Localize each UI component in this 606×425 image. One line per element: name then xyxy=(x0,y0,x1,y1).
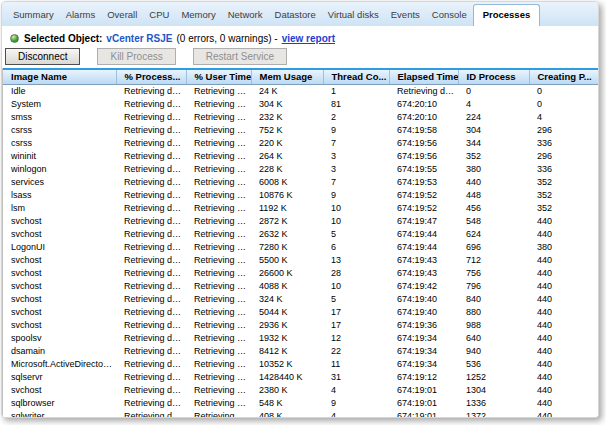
tab-console[interactable]: Console xyxy=(426,5,473,26)
tab-network[interactable]: Network xyxy=(222,5,269,26)
table-cell: Retrieving data... xyxy=(116,201,186,214)
table-cell: 1192 K xyxy=(251,201,323,214)
column-header[interactable]: ID Process xyxy=(458,69,529,84)
table-cell: 31 xyxy=(323,370,389,383)
restart-service-button[interactable]: Restart Service xyxy=(193,48,287,65)
table-cell: 336 xyxy=(529,162,598,175)
table-cell: csrss xyxy=(3,136,116,149)
table-cell: 7 xyxy=(323,175,389,188)
tab-processes[interactable]: Processes xyxy=(473,4,541,26)
disconnect-button[interactable]: Disconnect xyxy=(5,48,80,65)
table-cell: 440 xyxy=(529,305,598,318)
table-cell: svchost xyxy=(3,383,116,396)
table-row[interactable]: svchostRetrieving data...Retrieving data… xyxy=(3,266,598,279)
tab-alarms[interactable]: Alarms xyxy=(60,5,102,26)
view-report-link[interactable]: view report xyxy=(282,33,335,44)
table-row[interactable]: svchostRetrieving data...Retrieving data… xyxy=(3,305,598,318)
table-cell: Retrieving data... xyxy=(116,409,186,418)
table-cell: 9 xyxy=(323,396,389,409)
table-cell: 6 xyxy=(323,240,389,253)
table-cell: 674:19:01 xyxy=(389,396,458,409)
table-row[interactable]: svchostRetrieving data...Retrieving data… xyxy=(3,253,598,266)
table-cell: 7 xyxy=(323,136,389,149)
table-cell: Retrieving data... xyxy=(186,383,251,396)
table-cell: Retrieving data... xyxy=(186,97,251,110)
table-row[interactable]: smssRetrieving data...Retrieving data...… xyxy=(3,110,598,123)
table-row[interactable]: sqlservrRetrieving data...Retrieving dat… xyxy=(3,370,598,383)
table-cell: 1252 xyxy=(458,370,529,383)
table-cell: 440 xyxy=(529,279,598,292)
table-cell: 674:19:34 xyxy=(389,344,458,357)
table-cell: Retrieving data... xyxy=(186,110,251,123)
table-row[interactable]: lsassRetrieving data...Retrieving data..… xyxy=(3,188,598,201)
tab-summary[interactable]: Summary xyxy=(7,5,60,26)
table-cell: 1372 xyxy=(458,409,529,418)
column-header[interactable]: % Process... xyxy=(116,69,186,84)
table-row[interactable]: csrssRetrieving data...Retrieving data..… xyxy=(3,123,598,136)
table-cell: 440 xyxy=(529,266,598,279)
kill-process-button[interactable]: Kill Process xyxy=(97,48,175,65)
table-row[interactable]: lsmRetrieving data...Retrieving data...1… xyxy=(3,201,598,214)
table-row[interactable]: svchostRetrieving data...Retrieving data… xyxy=(3,214,598,227)
table-row[interactable]: csrssRetrieving data...Retrieving data..… xyxy=(3,136,598,149)
table-cell: 674:19:01 xyxy=(389,383,458,396)
table-row[interactable]: sqlbrowserRetrieving data...Retrieving d… xyxy=(3,396,598,409)
column-header[interactable]: Creating P... xyxy=(529,69,598,84)
table-row[interactable]: SystemRetrieving data...Retrieving data.… xyxy=(3,97,598,110)
table-row[interactable]: wininitRetrieving data...Retrieving data… xyxy=(3,149,598,162)
tab-overall[interactable]: Overall xyxy=(101,5,143,26)
table-cell: svchost xyxy=(3,305,116,318)
table-cell: svchost xyxy=(3,292,116,305)
table-cell: 674:19:12 xyxy=(389,370,458,383)
table-cell: 224 xyxy=(458,110,529,123)
table-cell: 674:19:52 xyxy=(389,188,458,201)
table-row[interactable]: sqlwriterRetrieving data...Retrieving da… xyxy=(3,409,598,418)
tab-datastore[interactable]: Datastore xyxy=(269,5,322,26)
table-cell: 232 K xyxy=(251,110,323,123)
table-cell: 296 xyxy=(529,123,598,136)
column-header[interactable]: Mem Usage xyxy=(251,69,323,84)
table-cell: 0 xyxy=(529,97,598,110)
tab-cpu[interactable]: CPU xyxy=(143,5,175,26)
table-cell: 880 xyxy=(458,305,529,318)
table-cell: Retrieving data... xyxy=(186,84,251,97)
table-cell: 13 xyxy=(323,253,389,266)
table-row[interactable]: IdleRetrieving data...Retrieving data...… xyxy=(3,84,598,97)
table-row[interactable]: Microsoft.ActiveDirectory.WebS...Retriev… xyxy=(3,357,598,370)
tab-events[interactable]: Events xyxy=(385,5,426,26)
table-cell: 10 xyxy=(323,279,389,292)
table-row[interactable]: servicesRetrieving data...Retrieving dat… xyxy=(3,175,598,188)
tab-virtual-disks[interactable]: Virtual disks xyxy=(322,5,385,26)
table-cell: Retrieving data... xyxy=(116,370,186,383)
table-cell: 304 xyxy=(458,123,529,136)
table-row[interactable]: dsamainRetrieving data...Retrieving data… xyxy=(3,344,598,357)
table-cell: Retrieving data... xyxy=(116,149,186,162)
table-cell: 536 xyxy=(458,357,529,370)
table-cell: 548 K xyxy=(251,396,323,409)
tab-memory[interactable]: Memory xyxy=(175,5,221,26)
table-row[interactable]: spoolsvRetrieving data...Retrieving data… xyxy=(3,331,598,344)
table-cell: svchost xyxy=(3,253,116,266)
table-row[interactable]: svchostRetrieving data...Retrieving data… xyxy=(3,227,598,240)
table-row[interactable]: LogonUIRetrieving data...Retrieving data… xyxy=(3,240,598,253)
column-header[interactable]: Image Name xyxy=(3,69,116,84)
application-window: SummaryAlarmsOverallCPUMemoryNetworkData… xyxy=(1,1,599,418)
table-cell: 674:19:44 xyxy=(389,227,458,240)
toolbar: Disconnect Kill Process Restart Service xyxy=(2,46,598,68)
column-header[interactable]: % User Time xyxy=(186,69,251,84)
table-cell: 22 xyxy=(323,344,389,357)
column-header[interactable]: Thread Co... xyxy=(323,69,389,84)
table-cell: 10352 K xyxy=(251,357,323,370)
table-row[interactable]: svchostRetrieving data...Retrieving data… xyxy=(3,318,598,331)
table-row[interactable]: svchostRetrieving data...Retrieving data… xyxy=(3,292,598,305)
table-row[interactable]: svchostRetrieving data...Retrieving data… xyxy=(3,383,598,396)
column-header[interactable]: Elapsed Time xyxy=(389,69,458,84)
table-row[interactable]: svchostRetrieving data...Retrieving data… xyxy=(3,279,598,292)
table-cell: 408 K xyxy=(251,409,323,418)
table-cell: sqlwriter xyxy=(3,409,116,418)
table-cell: 440 xyxy=(529,331,598,344)
table-row[interactable]: winlogonRetrieving data...Retrieving dat… xyxy=(3,162,598,175)
table-cell: Retrieving data... xyxy=(116,136,186,149)
table-cell: svchost xyxy=(3,227,116,240)
table-cell: spoolsv xyxy=(3,331,116,344)
